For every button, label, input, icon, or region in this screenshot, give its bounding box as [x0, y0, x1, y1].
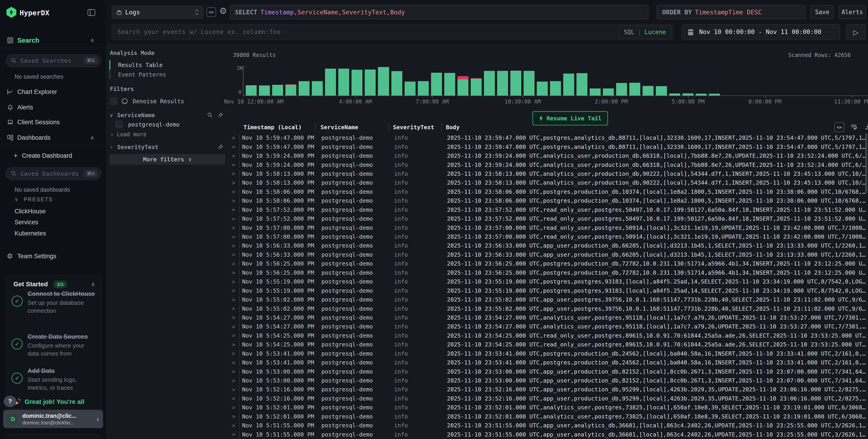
- histogram-bar[interactable]: [484, 65, 495, 95]
- table-row[interactable]: >Nov 10 5:52:16.000 PMpostgresql-demoinf…: [229, 385, 868, 394]
- histogram-bar[interactable]: [510, 65, 521, 95]
- lang-sql[interactable]: SQL: [624, 29, 634, 36]
- alerts-button[interactable]: Alerts: [839, 5, 866, 19]
- row-expand-icon[interactable]: >: [232, 171, 239, 177]
- table-row[interactable]: >Nov 10 5:58:13.000 PMpostgresql-demoinf…: [229, 169, 868, 178]
- query-language-toggle[interactable]: SQL | Lucene: [618, 26, 672, 38]
- column-header-body[interactable]: Body: [446, 124, 460, 131]
- table-row[interactable]: >Nov 10 5:54:25.000 PMpostgresql-demoinf…: [229, 340, 868, 349]
- get-started-step[interactable]: ✓Create Data SourcesConfigure where your…: [11, 333, 96, 357]
- filter-value-checkbox[interactable]: [115, 121, 123, 128]
- row-expand-icon[interactable]: >: [232, 216, 239, 222]
- view-sql-icon[interactable]: <>: [834, 122, 844, 132]
- sidebar-item-alerts[interactable]: Alerts: [0, 101, 106, 114]
- histogram-bar[interactable]: [537, 65, 548, 95]
- column-header-servicename[interactable]: ServiceName: [320, 124, 358, 131]
- sidebar-item-search[interactable]: Search ∧: [0, 34, 106, 46]
- source-settings-gear-icon[interactable]: ⚙: [219, 6, 227, 16]
- sidebar-item-client-sessions[interactable]: Client Sessions: [0, 116, 106, 128]
- more-filters-button[interactable]: More filters ∨: [110, 154, 225, 164]
- histogram-bar[interactable]: [603, 65, 614, 95]
- table-row[interactable]: >Nov 10 5:53:00.000 PMpostgresql-demoinf…: [229, 376, 868, 385]
- histogram-bar[interactable]: [735, 65, 746, 95]
- histogram-bar[interactable]: [246, 65, 257, 95]
- histogram-bar[interactable]: [497, 65, 508, 95]
- histogram-bar[interactable]: [828, 65, 839, 95]
- histogram-bar[interactable]: [378, 65, 389, 95]
- table-row[interactable]: >Nov 10 5:57:52.000 PMpostgresql-demoinf…: [229, 214, 868, 223]
- chevron-right-icon[interactable]: ›: [110, 144, 117, 150]
- filter-group-servicename[interactable]: ∨ ServiceName: [110, 111, 225, 119]
- histogram-bar[interactable]: [299, 65, 310, 95]
- table-row[interactable]: >Nov 10 5:53:41.000 PMpostgresql-demoinf…: [229, 358, 868, 367]
- histogram-bar[interactable]: [722, 65, 733, 95]
- row-expand-icon[interactable]: >: [232, 297, 239, 303]
- row-expand-icon[interactable]: >: [232, 422, 239, 429]
- row-expand-icon[interactable]: >: [232, 252, 239, 257]
- table-row[interactable]: >Nov 10 5:56:33.000 PMpostgresql-demoinf…: [229, 250, 868, 259]
- column-header-timestamp[interactable]: Timestamp (Local): [243, 124, 302, 131]
- pin-icon[interactable]: [217, 112, 223, 118]
- histogram-bar[interactable]: [418, 65, 429, 95]
- histogram-bar[interactable]: [471, 65, 482, 95]
- histogram-bar[interactable]: [854, 65, 865, 95]
- row-expand-icon[interactable]: >: [232, 432, 239, 437]
- create-dashboard-button[interactable]: + Create Dashboard: [0, 150, 106, 161]
- row-expand-icon[interactable]: >: [232, 342, 239, 348]
- histogram-bar[interactable]: [629, 65, 640, 95]
- chevron-up-icon[interactable]: ∧: [91, 281, 95, 287]
- row-expand-icon[interactable]: >: [232, 288, 239, 293]
- histogram-bar[interactable]: [550, 65, 561, 95]
- row-expand-icon[interactable]: >: [232, 198, 239, 204]
- get-started-step[interactable]: ✓Add DataStart sending logs, metrics, or…: [11, 367, 96, 392]
- table-row[interactable]: >Nov 10 5:58:06.000 PMpostgresql-demoinf…: [229, 187, 868, 196]
- row-expand-icon[interactable]: >: [232, 315, 239, 320]
- histogram-bar[interactable]: [590, 65, 600, 95]
- chevron-down-icon[interactable]: ∨: [110, 113, 117, 118]
- table-row[interactable]: >Nov 10 5:57:00.000 PMpostgresql-demoinf…: [229, 232, 868, 241]
- table-row[interactable]: >Nov 10 5:59:47.000 PMpostgresql-demoinf…: [229, 133, 868, 142]
- resume-live-tail-button[interactable]: Resume Live Tail: [532, 111, 608, 125]
- histogram-bar[interactable]: [312, 65, 323, 95]
- table-row[interactable]: >Nov 10 5:56:25.000 PMpostgresql-demoinf…: [229, 259, 868, 268]
- table-row[interactable]: >Nov 10 5:59:24.000 PMpostgresql-demoinf…: [229, 160, 868, 169]
- histogram-bar[interactable]: [656, 65, 667, 95]
- row-expand-icon[interactable]: >: [232, 243, 239, 249]
- row-expand-icon[interactable]: >: [232, 225, 239, 231]
- table-row[interactable]: >Nov 10 5:57:00.000 PMpostgresql-demoinf…: [229, 223, 868, 232]
- events-histogram[interactable]: [246, 65, 865, 95]
- row-expand-icon[interactable]: >: [232, 333, 239, 339]
- row-expand-icon[interactable]: >: [232, 207, 239, 213]
- preset-kubernetes[interactable]: Kubernetes: [14, 230, 46, 237]
- saved-dashboards-input[interactable]: Saved Dashboards ⌘K: [5, 167, 101, 180]
- table-row[interactable]: >Nov 10 5:54:25.000 PMpostgresql-demoinf…: [229, 331, 868, 340]
- table-row[interactable]: >Nov 10 5:58:06.000 PMpostgresql-demoinf…: [229, 196, 868, 205]
- table-row[interactable]: >Nov 10 5:54:27.000 PMpostgresql-demoinf…: [229, 322, 868, 331]
- histogram-bar[interactable]: [616, 65, 627, 95]
- table-row[interactable]: >Nov 10 5:55:02.000 PMpostgresql-demoinf…: [229, 304, 868, 313]
- histogram-bar[interactable]: [351, 65, 363, 95]
- histogram-bar[interactable]: [762, 65, 773, 95]
- saved-searches-input[interactable]: Saved Searches ⌘K: [5, 54, 101, 67]
- table-row[interactable]: >Nov 10 5:51:55.000 PMpostgresql-demoinf…: [229, 430, 868, 439]
- row-expand-icon[interactable]: >: [232, 180, 239, 186]
- row-expand-icon[interactable]: >: [232, 369, 239, 375]
- column-header-severitytext[interactable]: SeverityText: [393, 124, 434, 131]
- denoise-checkbox[interactable]: [110, 98, 117, 105]
- row-expand-icon[interactable]: >: [232, 261, 239, 267]
- table-row[interactable]: >Nov 10 5:56:33.000 PMpostgresql-demoinf…: [229, 241, 868, 250]
- table-row[interactable]: >Nov 10 5:58:13.000 PMpostgresql-demoinf…: [229, 178, 868, 187]
- histogram-bar[interactable]: [338, 65, 349, 95]
- histogram-bar[interactable]: [841, 65, 852, 95]
- histogram-bar[interactable]: [431, 65, 442, 95]
- row-expand-icon[interactable]: >: [232, 360, 239, 366]
- histogram-bar[interactable]: [325, 65, 336, 95]
- histogram-bar[interactable]: [749, 65, 760, 95]
- row-expand-icon[interactable]: >: [232, 189, 239, 195]
- help-button[interactable]: ?: [4, 396, 17, 407]
- histogram-bar[interactable]: [788, 65, 799, 95]
- source-select[interactable]: Logs: [112, 5, 203, 19]
- sidebar-item-chart-explorer[interactable]: Chart Explorer: [0, 86, 106, 98]
- table-row[interactable]: >Nov 10 5:53:41.000 PMpostgresql-demoinf…: [229, 349, 868, 358]
- column-resize-handle[interactable]: [389, 124, 389, 131]
